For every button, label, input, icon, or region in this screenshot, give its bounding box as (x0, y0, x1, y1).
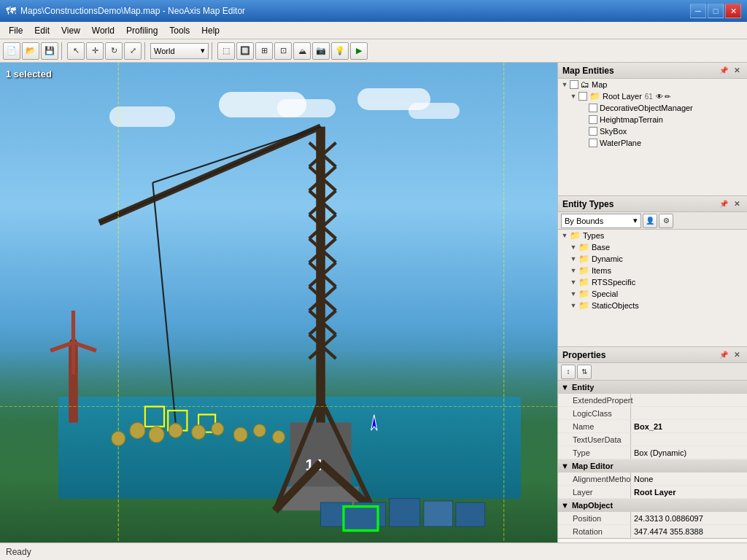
prop-row-rotation: Rotation 347.4474 355.8388 (558, 525, 747, 538)
props-close[interactable]: ✕ (731, 349, 743, 361)
prop-val-position[interactable]: 24.3313 0.0886097 (631, 514, 747, 523)
entity-types-pin[interactable]: 📌 (718, 198, 729, 210)
et-static[interactable]: ▼ 📁 StaticObjects (558, 300, 747, 311)
props-sort1[interactable]: ↕ (561, 365, 576, 379)
prop-val-rotation[interactable]: 347.4474 355.8388 (631, 527, 747, 536)
maximize-button[interactable]: □ (708, 4, 724, 18)
label-skybox: SkyBox (600, 127, 627, 136)
folder-rootlayer: 📁 (589, 91, 600, 101)
prop-row-layer: Layer Root Layer (558, 486, 747, 499)
et-types[interactable]: ▼ 📁 Types (558, 230, 747, 241)
prop-name-textuserdata: TextUserData (558, 433, 631, 446)
menu-view[interactable]: View (55, 24, 86, 37)
expand-terrain[interactable] (578, 114, 589, 125)
et-btn2[interactable]: ⚙ (659, 214, 673, 228)
menu-help[interactable]: Help (196, 24, 225, 37)
tb-arrow[interactable]: ↖ (67, 42, 85, 60)
tb-new[interactable]: 📄 (3, 42, 20, 60)
tb-light[interactable]: 💡 (331, 42, 349, 60)
et-rts[interactable]: ▼ 📁 RTSSpecific (558, 276, 747, 288)
menu-profiling[interactable]: Profiling (120, 24, 163, 37)
tree-item-waterplane[interactable]: WaterPlane (558, 137, 747, 149)
entity-types-close[interactable]: ✕ (731, 198, 743, 210)
properties-header: Properties 📌 ✕ (558, 347, 747, 363)
et-items[interactable]: ▼ 📁 Items (558, 265, 747, 276)
et-base[interactable]: ▼ 📁 Base (558, 241, 747, 253)
svg-point-48 (130, 423, 145, 439)
prop-row-logicclass: LogicClass (558, 407, 747, 420)
expand-map[interactable]: ▼ (560, 79, 570, 90)
world-dropdown[interactable]: World ▾ (150, 43, 209, 59)
prop-val-name[interactable]: Box_21 (631, 422, 747, 431)
props-sort2[interactable]: ⇅ (577, 365, 592, 379)
minimize-button[interactable]: ─ (690, 4, 706, 18)
check-skybox[interactable] (589, 127, 597, 136)
check-map[interactable] (570, 80, 578, 89)
prop-val-layer: Root Layer (631, 488, 747, 497)
menu-world[interactable]: World (86, 24, 120, 37)
menu-edit[interactable]: Edit (28, 24, 55, 37)
bounds-dropdown[interactable]: By Bounds ▾ (561, 214, 641, 228)
et-folder-rts: 📁 (578, 277, 589, 287)
tb-grid[interactable]: ⊞ (255, 42, 273, 60)
tb-open[interactable]: 📂 (22, 42, 39, 60)
tree-item-skybox[interactable]: SkyBox (558, 125, 747, 137)
tree-item-map[interactable]: ▼ 🗂 Map (558, 79, 747, 90)
map-entities-close[interactable]: ✕ (731, 65, 743, 77)
tb-terrain[interactable]: ⛰ (293, 42, 311, 60)
expand-decorative[interactable] (578, 103, 589, 113)
tb-snap[interactable]: 🔲 (236, 42, 254, 60)
tb-scale[interactable]: ⤢ (124, 42, 142, 60)
map-entities-pin[interactable]: 📌 (718, 65, 729, 77)
tb-move[interactable]: ✛ (86, 42, 104, 60)
prop-group-entity[interactable]: ▼ Entity (558, 381, 747, 394)
entity-types-icons: 📌 ✕ (718, 198, 743, 210)
tb-align[interactable]: ⊡ (274, 42, 292, 60)
app-icon: 🗺 (6, 5, 16, 17)
check-decorative[interactable] (589, 104, 597, 112)
viewport[interactable]: 14 (0, 63, 557, 542)
expand-waterplane[interactable] (578, 138, 589, 148)
eye-icon[interactable]: 👁 (656, 93, 663, 101)
prop-group-mapobject[interactable]: ▼ MapObject (558, 499, 747, 512)
scene: 14 (0, 63, 557, 542)
menubar: File Edit View World Profiling Tools Hel… (0, 22, 747, 39)
prop-name-name: Name (558, 420, 631, 432)
svg-rect-44 (344, 507, 378, 531)
check-terrain[interactable] (589, 115, 597, 124)
et-label-dynamic: Dynamic (592, 254, 623, 263)
tb-rotate[interactable]: ↻ (105, 42, 123, 60)
menu-file[interactable]: File (3, 24, 28, 37)
et-special[interactable]: ▼ 📁 Special (558, 288, 747, 300)
label-waterplane: WaterPlane (600, 139, 641, 147)
svg-rect-41 (390, 499, 420, 526)
svg-point-50 (169, 424, 182, 438)
tb-play[interactable]: ▶ (350, 42, 368, 60)
expand-rootlayer[interactable]: ▼ (568, 91, 578, 101)
entity-types-tree[interactable]: ▼ 📁 Types ▼ 📁 Base ▼ 📁 Dynamic ▼ 📁 (558, 230, 747, 346)
titlebar: 🗺 Maps\ConstructionsDemo\Map.map - NeoAx… (0, 0, 747, 22)
tb-save[interactable]: 💾 (41, 42, 58, 60)
map-entities-tree[interactable]: ▼ 🗂 Map ▼ 📁 Root Layer 61 👁 ✏ (558, 79, 747, 195)
tree-item-decorative[interactable]: DecorativeObjectManager (558, 102, 747, 114)
menu-tools[interactable]: Tools (163, 24, 196, 37)
edit-icon[interactable]: ✏ (665, 93, 670, 101)
prop-row-position: Position 24.3313 0.0886097 (558, 512, 747, 525)
prop-group-mapeditor[interactable]: ▼ Map Editor (558, 459, 747, 472)
check-waterplane[interactable] (589, 139, 597, 147)
et-btn1[interactable]: 👤 (643, 214, 657, 228)
props-pin[interactable]: 📌 (718, 349, 729, 361)
et-dynamic[interactable]: ▼ 📁 Dynamic (558, 253, 747, 265)
entity-types-toolbar: By Bounds ▾ 👤 ⚙ (558, 212, 747, 230)
close-button[interactable]: ✕ (725, 4, 741, 18)
check-rootlayer[interactable] (578, 92, 587, 101)
tree-item-terrain[interactable]: HeightmapTerrain (558, 114, 747, 125)
tb-camera[interactable]: 📷 (312, 42, 330, 60)
svg-line-20 (152, 127, 320, 183)
tb-select[interactable]: ⬚ (217, 42, 235, 60)
svg-point-56 (273, 430, 285, 443)
expand-skybox[interactable] (578, 126, 589, 136)
prop-name-logicclass: LogicClass (558, 407, 631, 419)
window-title: Maps\ConstructionsDemo\Map.map - NeoAxis… (20, 6, 690, 16)
tree-item-rootlayer[interactable]: ▼ 📁 Root Layer 61 👁 ✏ (558, 90, 747, 102)
